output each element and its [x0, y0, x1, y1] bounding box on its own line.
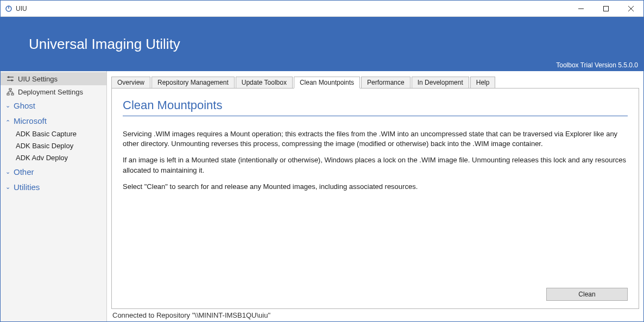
sidebar-item-label: ADK Basic Deploy — [16, 142, 73, 150]
tab-clean-mountpoints[interactable]: Clean Mountpoints — [294, 77, 360, 89]
svg-rect-11 — [7, 93, 9, 95]
svg-rect-10 — [9, 89, 11, 90]
app-banner: Universal Imaging Utility Toolbox Trial … — [1, 17, 643, 71]
sidebar-item-deployment-settings[interactable]: Deployment Settings — [1, 85, 106, 98]
panel-paragraph: Servicing .WIM images requires a Mount o… — [123, 129, 628, 149]
chevron-down-icon: ⌄ — [4, 102, 11, 109]
sidebar-item-uiu-settings[interactable]: UIU Settings — [1, 72, 106, 85]
app-icon — [5, 5, 12, 12]
close-button[interactable] — [618, 1, 643, 17]
status-text: Connected to Repository "\\MININT-IMSB1Q… — [112, 311, 270, 319]
svg-rect-9 — [11, 80, 12, 81]
sidebar-group-label: Ghost — [14, 101, 35, 110]
sidebar-group-label: Other — [14, 167, 34, 176]
svg-rect-12 — [11, 93, 14, 95]
sidebar: UIU Settings Deployment Settings — [1, 71, 107, 321]
sidebar-item-adk-adv-deploy[interactable]: ADK Adv Deploy — [1, 151, 106, 163]
sidebar-item-label: UIU Settings — [18, 75, 58, 83]
tab-repository-management[interactable]: Repository Management — [151, 77, 235, 89]
sidebar-group-other[interactable]: ⌄ Other — [1, 165, 106, 179]
chevron-up-icon: ⌃ — [4, 119, 11, 126]
chevron-down-icon: ⌄ — [4, 168, 11, 175]
clean-button[interactable]: Clean — [546, 288, 628, 301]
tab-overview[interactable]: Overview — [111, 77, 150, 89]
svg-rect-8 — [8, 77, 9, 78]
titlebar: UIU — [1, 1, 643, 17]
window-title: UIU — [16, 5, 27, 12]
sliders-icon — [6, 74, 15, 83]
app-heading: Universal Imaging Utility — [1, 36, 643, 53]
sidebar-group-label: Utilities — [14, 182, 40, 192]
sidebar-group-microsoft[interactable]: ⌃ Microsoft — [1, 113, 106, 128]
tab-help[interactable]: Help — [470, 77, 496, 89]
tab-update-toolbox[interactable]: Update Toolbox — [236, 77, 293, 89]
network-icon — [6, 87, 15, 96]
button-row: Clean — [546, 288, 628, 301]
version-text: Toolbox Trial Version 5.5.0.0 — [556, 61, 638, 69]
panel-paragraph: If an image is left in a Mounted state (… — [123, 155, 628, 175]
tab-in-development[interactable]: In Development — [412, 77, 469, 89]
body: UIU Settings Deployment Settings — [1, 71, 643, 321]
sidebar-group-ghost[interactable]: ⌄ Ghost — [1, 98, 106, 112]
maximize-button[interactable] — [594, 1, 618, 17]
panel-body: Servicing .WIM images requires a Mount o… — [123, 129, 628, 198]
sidebar-group-utilities[interactable]: ⌄ Utilities — [1, 180, 106, 194]
tab-performance[interactable]: Performance — [361, 77, 411, 89]
main-content: Overview Repository Management Update To… — [107, 71, 643, 321]
chevron-down-icon: ⌄ — [4, 184, 11, 191]
sidebar-item-label: Deployment Settings — [18, 88, 83, 96]
sidebar-item-label: ADK Adv Deploy — [16, 154, 68, 162]
tab-panel: Clean Mountpoints Servicing .WIM images … — [111, 89, 639, 309]
minimize-button[interactable] — [569, 1, 594, 17]
app-window: UIU Universal Imaging Utility Toolbox Tr… — [0, 0, 644, 322]
panel-paragraph: Select "Clean" to search for and release… — [123, 182, 628, 192]
tab-bar: Overview Repository Management Update To… — [111, 75, 639, 89]
status-bar: Connected to Repository "\\MININT-IMSB1Q… — [111, 309, 639, 319]
svg-rect-3 — [604, 6, 609, 11]
sidebar-item-adk-basic-deploy[interactable]: ADK Basic Deploy — [1, 140, 106, 151]
sidebar-item-adk-basic-capture[interactable]: ADK Basic Capture — [1, 128, 106, 140]
sidebar-item-label: ADK Basic Capture — [16, 130, 77, 138]
panel-heading: Clean Mountpoints — [123, 98, 628, 116]
sidebar-group-label: Microsoft — [14, 116, 47, 125]
